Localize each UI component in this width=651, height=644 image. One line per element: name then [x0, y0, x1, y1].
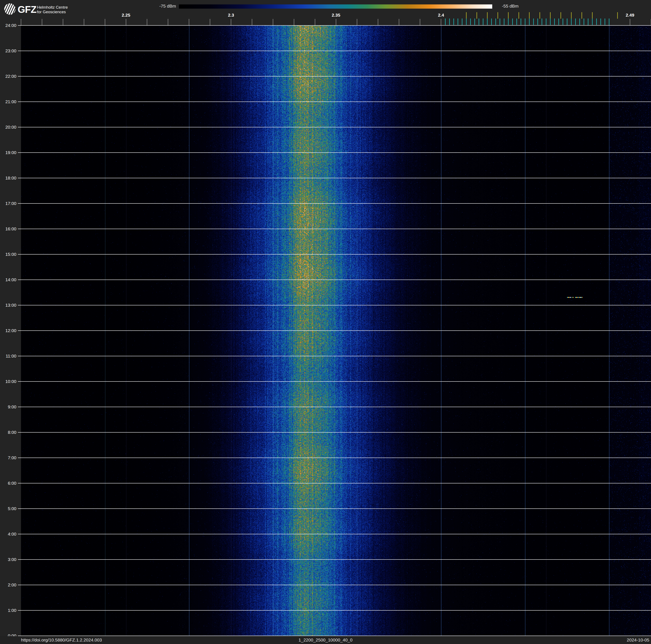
freq-minor-tick [126, 19, 126, 25]
hour-gridline [18, 305, 651, 305]
spectrogram-page: GFZ Helmholtz Centre for Geosciences -75… [0, 0, 651, 644]
hour-gridline [18, 203, 651, 204]
ble-channel-tick [550, 19, 551, 25]
time-tick-label: 2:00 [0, 582, 17, 587]
wifi-channel-tick [466, 12, 467, 19]
hour-gridline [18, 178, 651, 178]
time-tick-label: 16:00 [0, 226, 17, 231]
time-tick-label: 10:00 [0, 379, 17, 384]
ble-channel-tick [495, 19, 496, 25]
ble-channel-tick [609, 19, 610, 25]
hour-gridline [18, 152, 651, 153]
ble-channel-tick [584, 19, 584, 25]
hour-gridline [18, 280, 651, 280]
ble-channel-tick [554, 19, 555, 25]
ble-channel-tick [487, 19, 488, 25]
colorbar-max-label: -55 dBm [502, 4, 519, 9]
freq-minor-tick [399, 19, 399, 25]
freq-minor-tick [168, 19, 168, 25]
time-tick-label: 17:00 [0, 201, 17, 206]
time-tick-label: 23:00 [0, 48, 17, 53]
freq-minor-tick [84, 19, 84, 25]
freq-minor-tick [189, 19, 189, 25]
ble-channel-tick [504, 19, 504, 25]
freq-minor-tick [210, 19, 210, 25]
time-tick-label: 21:00 [0, 99, 17, 104]
time-tick-label: 14:00 [0, 277, 17, 282]
ble-channel-tick [529, 19, 530, 25]
hour-gridline [18, 610, 651, 611]
hour-gridline [18, 229, 651, 229]
ble-channel-tick [571, 19, 571, 25]
hour-gridline [18, 483, 651, 484]
wifi-channel-tick [487, 12, 488, 19]
freq-minor-tick [42, 19, 42, 25]
dataset-id: 1_2200_2500_10000_40_0 [299, 638, 352, 643]
ble-channel-tick [521, 19, 521, 25]
freq-tick-label: 2.49 [621, 12, 640, 18]
wifi-channel-tick [582, 12, 582, 19]
date-label: 2024-10-05 [627, 638, 649, 643]
wifi-channel-tick [529, 12, 530, 19]
freq-minor-tick [630, 19, 630, 25]
ble-channel-tick [445, 19, 445, 25]
ble-channel-tick [588, 19, 588, 25]
freq-minor-tick [294, 19, 294, 25]
hour-gridline [18, 534, 651, 534]
time-tick-label: 18:00 [0, 176, 17, 180]
wifi-channel-tick [571, 12, 571, 19]
ble-channel-tick [558, 19, 559, 25]
time-tick-label: 11:00 [0, 354, 17, 358]
freq-minor-tick [336, 19, 336, 25]
ble-channel-tick [604, 19, 605, 25]
hour-gridline [18, 76, 651, 77]
ble-channel-tick [592, 19, 593, 25]
time-tick-label: 13:00 [0, 303, 17, 308]
freq-minor-tick [21, 19, 21, 25]
time-tick-label: 22:00 [0, 74, 17, 79]
hour-gridline [18, 356, 651, 356]
ble-channel-tick [462, 19, 462, 25]
ble-channel-tick [567, 19, 567, 25]
hour-gridline [18, 458, 651, 458]
hour-gridline [18, 101, 651, 102]
gfz-logo-icon [4, 3, 16, 15]
wifi-channel-tick [560, 12, 561, 19]
brand-subtitle-line1: Helmholtz Centre [37, 5, 68, 10]
hour-gridline [18, 381, 651, 382]
ble-channel-tick [563, 19, 563, 25]
wifi-channel-tick [508, 12, 508, 19]
freq-tick-label: 2.3 [222, 12, 241, 18]
ble-channel-tick [454, 19, 454, 25]
hour-gridline [18, 51, 651, 51]
ble-channel-tick [537, 19, 538, 25]
freq-minor-tick [315, 19, 315, 25]
freq-tick-label: 2.4 [432, 12, 451, 18]
wifi-channel-tick [617, 12, 618, 19]
wifi-channel-tick [550, 12, 551, 19]
time-tick-label: 4:00 [0, 531, 17, 536]
ble-channel-tick [600, 19, 601, 25]
brand-name: GFZ [18, 4, 36, 15]
ble-channel-tick [546, 19, 547, 25]
time-tick-label: 19:00 [0, 150, 17, 155]
ble-channel-tick [478, 19, 479, 25]
hour-gridline [18, 585, 651, 585]
wifi-channel-tick [592, 12, 593, 19]
hour-gridline [18, 127, 651, 127]
ble-channel-tick [500, 19, 500, 25]
freq-minor-tick [273, 19, 273, 25]
time-tick-label: 15:00 [0, 252, 17, 257]
ble-channel-tick [458, 19, 458, 25]
footer-bar: https://doi.org/10.5880/GFZ.1.2.2024.003… [0, 636, 651, 644]
ble-channel-tick [449, 19, 450, 25]
doi-link[interactable]: https://doi.org/10.5880/GFZ.1.2.2024.003 [21, 638, 102, 643]
freq-minor-tick [357, 19, 357, 25]
freq-minor-tick [105, 19, 105, 25]
freq-minor-tick [252, 19, 252, 25]
hour-gridline [18, 432, 651, 433]
ble-channel-tick [483, 19, 484, 25]
ble-channel-tick [575, 19, 576, 25]
ble-channel-tick [525, 19, 525, 25]
freq-minor-tick [378, 19, 378, 25]
